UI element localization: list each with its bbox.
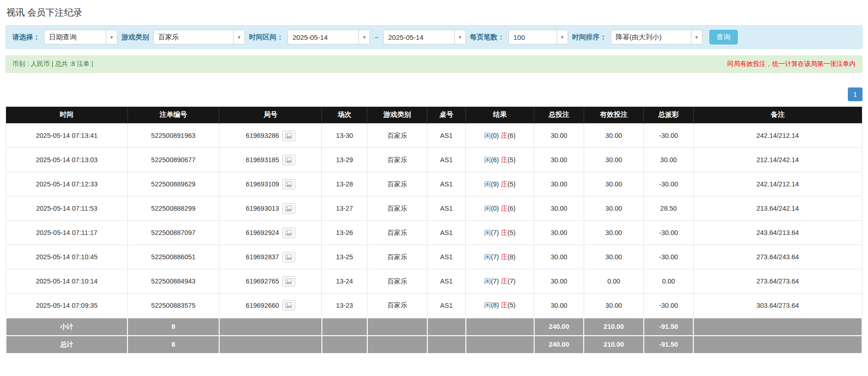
cell-result: 闲(6) 庄(5) xyxy=(466,148,534,172)
cell-note: 273.64/243.64 xyxy=(693,245,862,269)
sort-label: 时间排序： xyxy=(572,33,607,42)
cell-session: 13-28 xyxy=(322,172,367,196)
cell-payout: 0.00 xyxy=(644,269,693,294)
sort-value: 降幂(由大到小) xyxy=(611,30,691,44)
column-header: 桌号 xyxy=(427,107,466,124)
query-type-value: 日期查询 xyxy=(44,30,106,44)
cell-payout: -30.00 xyxy=(644,221,693,245)
cell-time: 2025-05-14 07:10:45 xyxy=(6,245,127,269)
replay-image-icon xyxy=(285,302,292,308)
date-from-select[interactable]: 2025-05-14 ▼ xyxy=(287,30,370,44)
cell-total-bet[interactable]: 30.00 xyxy=(534,221,584,245)
footer-empty xyxy=(322,336,367,354)
cell-total-bet[interactable]: 30.00 xyxy=(534,269,584,294)
round-replay-button[interactable] xyxy=(282,179,295,190)
cell-table-no: AS1 xyxy=(427,269,466,294)
result-player: 闲(0) xyxy=(484,132,499,139)
table-row: 2025-05-14 07:11:17522500887097619692924… xyxy=(6,221,862,245)
cell-time: 2025-05-14 07:12:33 xyxy=(6,172,127,196)
cell-total-bet[interactable]: 30.00 xyxy=(534,245,584,269)
result-player: 闲(8) xyxy=(484,301,499,309)
cell-round: 619693109 xyxy=(219,172,322,196)
cell-note: 243.64/213.64 xyxy=(693,221,862,245)
cell-table-no: AS1 xyxy=(427,148,466,172)
cell-time: 2025-05-14 07:13:41 xyxy=(6,124,127,148)
round-replay-button[interactable] xyxy=(282,252,295,262)
cell-game-type: 百家乐 xyxy=(367,124,427,148)
result-banker: 庄(5) xyxy=(501,156,515,163)
cell-bet-id: 522500889629 xyxy=(127,172,219,196)
query-type-select[interactable]: 日期查询 ▼ xyxy=(44,30,117,44)
result-banker: 庄(5) xyxy=(501,180,515,188)
footer-payout: -91.50 xyxy=(644,318,693,336)
footer-empty xyxy=(367,318,427,336)
cell-session: 13-27 xyxy=(322,196,367,221)
cell-total-bet[interactable]: 30.00 xyxy=(534,196,584,221)
result-player: 闲(6) xyxy=(484,156,499,163)
caret-down-icon: ▼ xyxy=(359,30,370,44)
page-size-select[interactable]: 100 ▼ xyxy=(509,30,568,44)
round-id: 619693185 xyxy=(246,156,279,163)
cell-session: 13-29 xyxy=(322,148,367,172)
column-header: 游戏类别 xyxy=(367,107,427,124)
cell-total-bet[interactable]: 30.00 xyxy=(534,148,584,172)
cell-game-type: 百家乐 xyxy=(367,294,427,318)
cell-valid-bet: 30.00 xyxy=(584,245,644,269)
cell-time: 2025-05-14 07:09:35 xyxy=(6,294,127,318)
valid-bet-notice: 同局有效投注，统一计算在该局第一张注单内 xyxy=(727,60,856,68)
round-replay-button[interactable] xyxy=(282,155,295,165)
cell-result: 闲(7) 庄(7) xyxy=(466,269,534,294)
cell-table-no: AS1 xyxy=(427,294,466,318)
result-banker: 庄(6) xyxy=(501,205,515,212)
cell-result: 闲(7) 庄(5) xyxy=(466,221,534,245)
result-player: 闲(7) xyxy=(484,278,499,285)
footer-payout: -91.50 xyxy=(644,336,693,354)
round-id: 619692660 xyxy=(246,302,279,309)
summary-bar: 币别 : 人民币 | 总共 :8 注单 | 同局有效投注，统一计算在该局第一张注… xyxy=(6,55,862,73)
replay-image-icon xyxy=(285,230,292,236)
cell-note: 273.64/273.64 xyxy=(693,269,862,294)
cell-result: 闲(7) 庄(8) xyxy=(466,245,534,269)
cell-round: 619692924 xyxy=(219,221,322,245)
round-replay-button[interactable] xyxy=(282,228,295,238)
cell-session: 13-30 xyxy=(322,124,367,148)
game-type-select[interactable]: 百家乐 ▼ xyxy=(153,30,245,44)
result-banker: 庄(6) xyxy=(501,132,515,139)
cell-total-bet[interactable]: 30.00 xyxy=(534,124,584,148)
column-header: 备注 xyxy=(693,107,862,124)
footer-count: 8 xyxy=(127,318,219,336)
cell-session: 13-24 xyxy=(322,269,367,294)
search-button[interactable]: 查询 xyxy=(709,30,738,44)
cell-bet-id: 522500887097 xyxy=(127,221,219,245)
cell-total-bet[interactable]: 30.00 xyxy=(534,294,584,318)
footer-total-bet: 240.00 xyxy=(534,336,584,354)
cell-valid-bet: 30.00 xyxy=(584,294,644,318)
round-replay-button[interactable] xyxy=(282,300,295,311)
sort-select[interactable]: 降幂(由大到小) ▼ xyxy=(611,30,702,44)
page-size-value: 100 xyxy=(509,30,557,44)
cell-bet-id: 522500891963 xyxy=(127,124,219,148)
page: 视讯 会员下注纪录 请选择： 日期查询 ▼ 游戏类别 百家乐 ▼ 时间区间： 2… xyxy=(0,0,868,354)
round-id: 619692765 xyxy=(246,278,279,285)
replay-image-icon xyxy=(285,206,292,212)
result-player: 闲(0) xyxy=(484,205,499,212)
table-row: 2025-05-14 07:10:45522500886051619692837… xyxy=(6,245,862,269)
cell-session: 13-26 xyxy=(322,221,367,245)
column-header: 注单编号 xyxy=(127,107,219,124)
footer-empty xyxy=(367,336,427,354)
column-header: 局号 xyxy=(219,107,322,124)
date-to-select[interactable]: 2025-05-14 ▼ xyxy=(383,30,466,44)
cell-table-no: AS1 xyxy=(427,172,466,196)
round-replay-button[interactable] xyxy=(282,203,295,214)
column-header: 有效投注 xyxy=(584,107,644,124)
cell-table-no: AS1 xyxy=(427,221,466,245)
currency-summary-text: 币别 : 人民币 | 总共 :8 注单 | xyxy=(12,60,93,68)
page-1-button[interactable]: 1 xyxy=(848,87,862,101)
round-replay-button[interactable] xyxy=(282,276,295,287)
cell-round: 619693013 xyxy=(219,196,322,221)
round-replay-button[interactable] xyxy=(282,131,295,141)
cell-valid-bet: 30.00 xyxy=(584,172,644,196)
cell-total-bet[interactable]: 30.00 xyxy=(534,172,584,196)
cell-round: 619693185 xyxy=(219,148,322,172)
result-player: 闲(9) xyxy=(484,180,499,188)
